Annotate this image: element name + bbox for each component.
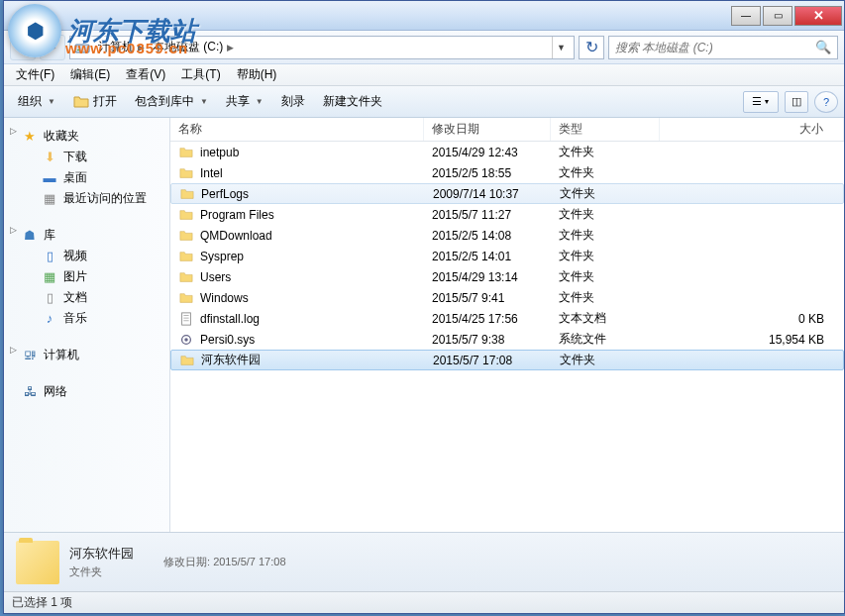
breadcrumb-dropdown[interactable]: ▼ <box>552 37 570 58</box>
file-date: 2015/4/29 13:14 <box>424 266 551 287</box>
sidebar-item-downloads[interactable]: ⬇下载 <box>4 147 169 167</box>
forward-button[interactable]: ► <box>40 35 65 60</box>
sidebar-item-recent[interactable]: ▦最近访问的位置 <box>4 188 169 209</box>
svg-rect-1 <box>77 50 79 51</box>
menu-help[interactable]: 帮助(H) <box>229 64 285 85</box>
search-input[interactable] <box>615 41 815 54</box>
file-date: 2015/2/5 18:55 <box>424 162 551 183</box>
menu-edit[interactable]: 编辑(E) <box>62 64 118 85</box>
back-button[interactable]: ◄ <box>10 35 36 60</box>
file-list: 名称 修改日期 类型 大小 inetpub2015/4/29 12:43文件夹I… <box>170 118 844 532</box>
file-date: 2015/5/7 11:27 <box>424 204 551 225</box>
network-icon: 🖧 <box>22 384 38 400</box>
file-type: 文件夹 <box>551 204 660 225</box>
library-icon: ☗ <box>22 228 38 244</box>
organize-button[interactable]: 组织▼ <box>10 89 63 114</box>
menu-view[interactable]: 查看(V) <box>118 64 173 85</box>
column-size[interactable]: 大小 <box>660 118 844 141</box>
details-type: 文件夹 <box>69 565 134 579</box>
sidebar-item-pictures[interactable]: ▦图片 <box>4 266 169 287</box>
sidebar-item-music[interactable]: ♪音乐 <box>4 308 169 329</box>
file-name: Program Files <box>200 208 274 222</box>
file-row[interactable]: Users2015/4/29 13:14文件夹 <box>170 266 844 287</box>
file-size: 0 KB <box>660 308 844 329</box>
sidebar-computer[interactable]: 🖳 计算机 <box>4 345 169 365</box>
search-box[interactable]: 🔍 <box>608 36 838 59</box>
folder-icon <box>179 186 195 202</box>
file-row[interactable]: PerfLogs2009/7/14 10:37文件夹 <box>170 183 844 204</box>
sidebar-item-videos[interactable]: ▯视频 <box>4 246 169 266</box>
folder-icon <box>178 269 194 285</box>
navigation-pane: ▷ ★ 收藏夹 ⬇下载 ▬桌面 ▦最近访问的位置 ▷ ☗ 库 ▯视频 <box>4 118 170 532</box>
view-options-button[interactable]: ☰ ▼ <box>743 91 779 113</box>
sys-icon <box>178 332 194 348</box>
include-library-button[interactable]: 包含到库中▼ <box>127 89 216 114</box>
file-size <box>660 225 844 246</box>
sidebar-libraries[interactable]: ☗ 库 <box>4 225 169 246</box>
file-row[interactable]: Program Files2015/5/7 11:27文件夹 <box>170 204 844 225</box>
column-type[interactable]: 类型 <box>551 118 660 141</box>
file-size <box>660 162 844 183</box>
column-headers: 名称 修改日期 类型 大小 <box>170 118 844 142</box>
drive-icon <box>74 40 90 55</box>
document-icon: ▯ <box>42 290 57 306</box>
maximize-button[interactable]: ▭ <box>763 6 792 26</box>
help-button[interactable]: ? <box>814 91 838 113</box>
details-pane: 河东软件园 文件夹 修改日期: 2015/5/7 17:08 <box>4 532 844 591</box>
file-type: 文件夹 <box>551 162 660 183</box>
file-row[interactable]: 河东软件园2015/5/7 17:08文件夹 <box>170 350 844 370</box>
svg-point-7 <box>184 338 188 342</box>
file-date: 2015/4/29 12:43 <box>424 142 551 162</box>
music-icon: ♪ <box>42 311 57 327</box>
preview-pane-button[interactable]: ◫ <box>785 91 808 113</box>
file-row[interactable]: Persi0.sys2015/5/7 9:38系统文件15,954 KB <box>170 329 844 350</box>
file-date: 2009/7/14 10:37 <box>425 184 552 203</box>
sidebar-favorites[interactable]: ★ 收藏夹 <box>4 126 169 147</box>
nav-toolbar: ◄ ► 计算机▶ 本地磁盘 (C:)▶ ▼ ↻ 🔍 <box>4 31 844 64</box>
burn-button[interactable]: 刻录 <box>273 89 313 114</box>
computer-icon: 🖳 <box>22 348 38 363</box>
share-button[interactable]: 共享▼ <box>218 89 271 114</box>
status-text: 已选择 1 项 <box>12 594 72 611</box>
file-type: 文件夹 <box>551 142 660 162</box>
menu-tools[interactable]: 工具(T) <box>173 64 228 85</box>
new-folder-button[interactable]: 新建文件夹 <box>315 89 390 114</box>
folder-icon <box>179 353 195 368</box>
close-button[interactable]: ✕ <box>794 6 842 26</box>
menu-file[interactable]: 文件(F) <box>8 64 62 85</box>
file-row[interactable]: QMDownload2015/2/5 14:08文件夹 <box>170 225 844 246</box>
menubar: 文件(F) 编辑(E) 查看(V) 工具(T) 帮助(H) <box>4 64 844 86</box>
titlebar[interactable]: — ▭ ✕ <box>4 1 844 31</box>
file-size <box>660 246 844 266</box>
sidebar-item-documents[interactable]: ▯文档 <box>4 287 169 308</box>
breadcrumb-computer[interactable]: 计算机▶ <box>94 39 149 55</box>
svg-rect-0 <box>75 45 89 52</box>
minimize-button[interactable]: — <box>731 6 761 26</box>
sidebar-network[interactable]: 🖧 网络 <box>4 381 169 402</box>
svg-rect-2 <box>182 312 191 324</box>
file-date: 2015/5/7 17:08 <box>425 351 552 369</box>
column-name[interactable]: 名称 <box>170 118 424 141</box>
caret-icon[interactable]: ▷ <box>10 225 17 235</box>
desktop-icon: ▬ <box>42 170 57 186</box>
file-row[interactable]: Windows2015/5/7 9:41文件夹 <box>170 287 844 308</box>
sidebar-item-desktop[interactable]: ▬桌面 <box>4 167 169 188</box>
refresh-button[interactable]: ↻ <box>579 36 604 59</box>
breadcrumb[interactable]: 计算机▶ 本地磁盘 (C:)▶ ▼ <box>69 36 575 59</box>
file-row[interactable]: inetpub2015/4/29 12:43文件夹 <box>170 142 844 162</box>
column-date[interactable]: 修改日期 <box>424 118 551 141</box>
search-icon[interactable]: 🔍 <box>815 40 831 54</box>
file-row[interactable]: Sysprep2015/2/5 14:01文件夹 <box>170 246 844 266</box>
file-name: inetpub <box>200 146 239 159</box>
file-type: 文本文档 <box>551 308 660 329</box>
file-type: 文件夹 <box>551 266 660 287</box>
file-row[interactable]: Intel2015/2/5 18:55文件夹 <box>170 162 844 183</box>
star-icon: ★ <box>22 129 38 145</box>
open-button[interactable]: 打开 <box>65 89 125 114</box>
file-row[interactable]: dfinstall.log2015/4/25 17:56文本文档0 KB <box>170 308 844 329</box>
details-date: 修改日期: 2015/5/7 17:08 <box>163 555 286 569</box>
folder-icon <box>178 249 194 264</box>
breadcrumb-drive[interactable]: 本地磁盘 (C:)▶ <box>149 39 238 55</box>
caret-icon[interactable]: ▷ <box>10 126 17 136</box>
caret-icon[interactable]: ▷ <box>10 345 17 355</box>
